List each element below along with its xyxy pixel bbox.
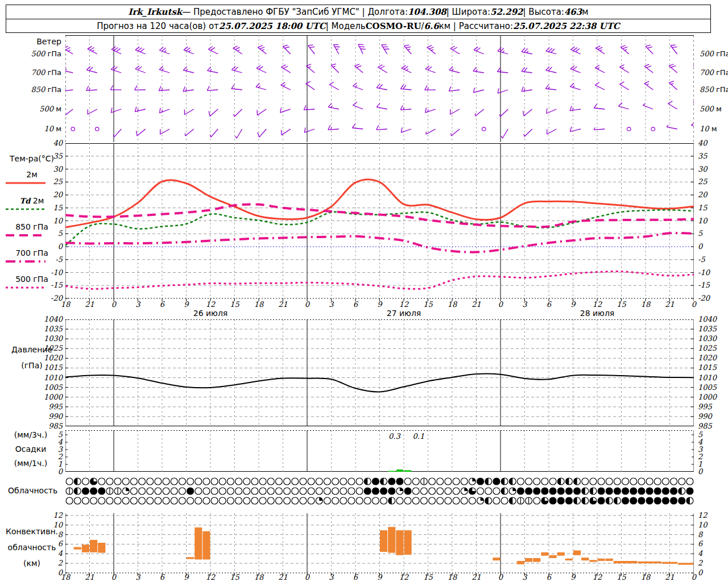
wind-barb-icon: [281, 67, 290, 73]
wind-barb-feather: [573, 86, 574, 88]
conv-time-tick-label: 15: [614, 573, 629, 581]
convective-cloud-bar: [638, 562, 661, 563]
wind-barb-icon: [259, 129, 266, 137]
wind-barb-icon: [353, 105, 363, 109]
cloud-cover-icon: [163, 478, 169, 485]
wind-barb-icon: [500, 109, 508, 117]
conv-y-label-right: 6: [698, 540, 702, 548]
temp-y-label-right: 25: [698, 178, 708, 186]
cloud-cover-icon: [74, 497, 81, 504]
cloud-cover-icon: [404, 488, 411, 494]
wind-barb-icon: [546, 70, 557, 73]
wind-barb-feather: [498, 48, 502, 51]
wind-barb-feather: [671, 66, 676, 68]
cloud-cover-icon: [332, 488, 339, 494]
convective-cloud-bar: [493, 558, 500, 560]
wind-barb-feather: [474, 47, 478, 50]
convective-cloud-bar: [82, 544, 89, 552]
wind-level-label: 700 гПа: [5, 69, 61, 77]
wind-barb-feather: [425, 66, 429, 69]
cloud-cover-icon: [251, 488, 258, 494]
conv-time-tick-label: 21: [276, 573, 291, 581]
cloud-cover-icon: [243, 488, 250, 494]
cloud-cover-icon: [622, 478, 629, 485]
conv-time-tick-label: 15: [228, 573, 242, 581]
wind-barb-feather: [501, 136, 502, 138]
cloud-cover-icon: [526, 478, 532, 485]
wind-barb-feather: [160, 108, 160, 113]
wind-barb-feather: [647, 84, 649, 85]
cloud-cover-icon: [469, 497, 475, 504]
cloud-cover-icon: [662, 488, 669, 494]
cloud-cover-icon: [203, 488, 210, 494]
wind-barb-icon: [400, 109, 411, 110]
cloud-cover-icon: [155, 478, 162, 485]
wind-barb-icon: [160, 109, 170, 113]
wind-barb-feather: [377, 103, 380, 107]
cloud-cover-icon: [686, 478, 693, 485]
temp-legend-line-sample: [5, 207, 47, 211]
convective-cloud-bar: [598, 559, 605, 561]
cloud-cover-icon: [445, 488, 452, 494]
wind-barb-icon: [328, 129, 339, 130]
cloud-cover-icon: [541, 478, 548, 485]
wind-barb-feather: [231, 85, 234, 89]
wind-barb-feather: [333, 66, 335, 67]
wind-level-number: 500: [39, 105, 56, 113]
conv-y-label-left: 4: [46, 550, 63, 558]
temp-y-label-right: -20: [698, 294, 710, 302]
cloud-cover-icon: [284, 488, 291, 494]
wind-barb-feather: [256, 84, 260, 87]
wind-barb-feather: [135, 107, 136, 112]
cloud-cover-icon: [662, 478, 669, 485]
wind-barb-icon: [667, 127, 677, 129]
wind-barb-feather: [450, 46, 455, 48]
cloud-cover-icon: [155, 497, 162, 504]
wind-barb-icon: [328, 107, 339, 109]
temp-legend-line-sample: [5, 234, 47, 237]
conv-time-tick-label: 12: [203, 573, 218, 581]
cloud-cover-icon: [235, 478, 242, 485]
temp-time-tick-label: 6: [541, 301, 556, 309]
wind-barb-icon: [502, 129, 508, 138]
wind-barb-feather: [667, 125, 668, 127]
wind-barb-feather: [473, 88, 474, 93]
cloud-cover-icon: [412, 478, 419, 485]
temperature-svg: [65, 143, 694, 303]
meteogram-page: Irk_Irkutsk — Предоставлено ФГБУ "ЗапСиб…: [0, 0, 728, 582]
wind-barb-icon: [377, 129, 387, 130]
temp-legend-label: 700 гПа: [1, 249, 63, 257]
wind-barb-feather: [355, 85, 357, 87]
conv-time-tick-label: 21: [469, 573, 484, 581]
conv-time-tick-label: 3: [324, 573, 339, 581]
wind-level-number: 850: [31, 85, 47, 94]
wind-barb-icon: [65, 109, 73, 116]
cloud-cover-icon: [139, 488, 146, 494]
cloud-cover-icon: [671, 488, 677, 494]
wind-barb-feather: [570, 83, 574, 86]
pressure-y-label-left: 1005: [34, 384, 63, 392]
wind-barb-feather: [209, 111, 210, 117]
cloud-cover-icon: [420, 488, 427, 494]
cloud-cover-icon: [300, 497, 307, 504]
cloud-cover-icon: [396, 478, 403, 485]
wind-barb-feather: [162, 48, 166, 51]
conv-y-label-right: 10: [698, 521, 708, 529]
cloud-cover-icon: [412, 497, 419, 504]
temp-y-label-right: 0: [698, 243, 702, 251]
wind-barb-icon: [256, 87, 266, 90]
cloud-cover-quarter: [126, 488, 129, 491]
cloud-cover-icon: [235, 488, 242, 494]
cloud-cover-icon: [340, 488, 347, 494]
convective-cloud-bar: [404, 530, 412, 555]
cloud-cover-icon: [606, 488, 613, 494]
wind-barbs-plot: [65, 35, 694, 142]
wind-barb-icon: [450, 109, 460, 114]
convective-cloud-bar: [517, 561, 524, 564]
cloud-cover-icon: [630, 488, 637, 494]
cloud-cover-icon: [638, 488, 645, 494]
cloud-cover-icon: [195, 478, 202, 485]
wind-level-number: 10: [700, 124, 712, 133]
cloud-cover-icon: [429, 497, 436, 504]
header-segment: Irk_Irkutsk: [128, 7, 182, 17]
